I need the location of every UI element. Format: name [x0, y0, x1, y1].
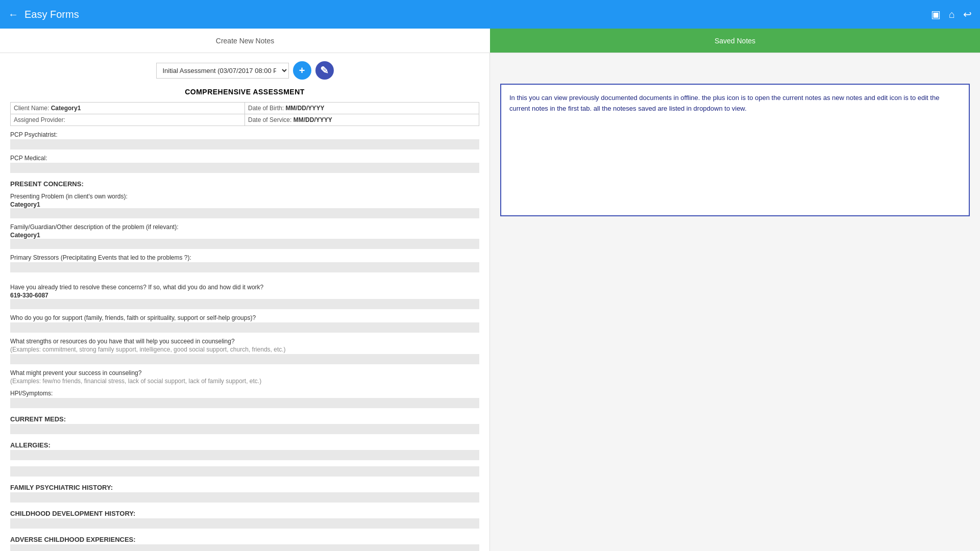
logout-icon[interactable]: ↩	[963, 8, 972, 20]
current-meds-field[interactable]	[10, 424, 479, 434]
header-icons: ▣ ⌂ ↩	[931, 8, 972, 20]
client-info-table: Client Name: Category1 Date of Birth: MM…	[10, 102, 479, 126]
tab-create-new-notes[interactable]: Create New Notes	[0, 29, 490, 53]
family-psychiatric-label: FAMILY PSYCHIATRIC HISTORY:	[10, 484, 479, 491]
app-title: Easy Forms	[24, 9, 925, 20]
presenting-problem-field[interactable]	[10, 208, 479, 218]
allergies-field-2[interactable]	[10, 466, 479, 477]
info-box: In this you can view previously document…	[500, 84, 970, 216]
dos-value: MM/DD/YYYY	[293, 116, 332, 123]
family-description-field[interactable]	[10, 239, 479, 249]
pcp-psychiatrist-field[interactable]	[10, 139, 479, 149]
resolve-concerns-value: 619-330-6087	[10, 292, 479, 299]
pcp-medical-label: PCP Medical:	[10, 155, 479, 162]
dob-value: MM/DD/YYYY	[285, 105, 324, 112]
edit-note-button[interactable]: ✎	[315, 61, 334, 80]
family-description-value: Category1	[10, 232, 479, 239]
childhood-dev-field[interactable]	[10, 518, 479, 529]
adverse-childhood-field[interactable]	[10, 544, 479, 551]
presenting-problem-label: Presenting Problem (in client's own word…	[10, 193, 479, 200]
back-button[interactable]: ←	[8, 9, 18, 20]
right-panel: In this you can view previously document…	[490, 53, 980, 551]
form-title: COMPREHENSIVE ASSESSMENT	[10, 88, 479, 96]
present-concerns-label: PRESENT CONCERNS:	[10, 180, 479, 188]
allergies-label: ALLERGIES:	[10, 441, 479, 449]
allergies-field[interactable]	[10, 450, 479, 460]
left-panel: Initial Assessment (03/07/2017 08:00 PM)…	[0, 53, 490, 551]
pcp-medical-field[interactable]	[10, 163, 479, 173]
resolve-concerns-field[interactable]	[10, 299, 479, 309]
home-icon[interactable]: ⌂	[949, 9, 955, 20]
app-header: ← Easy Forms ▣ ⌂ ↩	[0, 0, 980, 29]
tab-saved-notes[interactable]: Saved Notes	[490, 29, 980, 53]
form-controls: Initial Assessment (03/07/2017 08:00 PM)…	[10, 61, 479, 80]
family-psychiatric-field[interactable]	[10, 492, 479, 503]
notes-dropdown[interactable]: Initial Assessment (03/07/2017 08:00 PM)	[156, 63, 289, 79]
dob-label: Date of Birth:	[248, 105, 284, 112]
prevent-example: (Examples: few/no friends, financial str…	[10, 378, 479, 385]
current-meds-label: CURRENT MEDS:	[10, 415, 479, 423]
assigned-provider-label: Assigned Provider:	[14, 116, 65, 123]
hpi-label: HPI/Symptoms:	[10, 390, 479, 397]
prevent-label: What might prevent your success in couns…	[10, 369, 479, 377]
childhood-dev-label: CHILDHOOD DEVELOPMENT HISTORY:	[10, 510, 479, 517]
family-description-label: Family/Guardian/Other description of the…	[10, 223, 479, 231]
client-name-label: Client Name:	[14, 105, 49, 112]
strengths-example: (Examples: commitment, strong family sup…	[10, 346, 479, 353]
primary-stressors-label: Primary Stressors (Precipitating Events …	[10, 254, 479, 261]
strengths-field[interactable]	[10, 354, 479, 364]
info-box-text: In this you can view previously document…	[509, 94, 939, 112]
strengths-label: What strengths or resources do you have …	[10, 338, 479, 345]
adverse-childhood-label: ADVERSE CHILDHOOD EXPERIENCES:	[10, 536, 479, 543]
monitor-icon[interactable]: ▣	[931, 8, 941, 20]
support-field[interactable]	[10, 322, 479, 333]
resolve-concerns-label: Have you already tried to resolve these …	[10, 284, 479, 291]
dos-label: Date of Service:	[248, 116, 291, 123]
client-name-value: Category1	[51, 105, 81, 112]
presenting-problem-value: Category1	[10, 201, 479, 208]
tab-bar: Create New Notes Saved Notes	[0, 29, 980, 53]
main-content: Initial Assessment (03/07/2017 08:00 PM)…	[0, 53, 980, 551]
add-note-button[interactable]: +	[293, 61, 311, 80]
support-label: Who do you go for support (family, frien…	[10, 314, 479, 321]
pcp-psychiatrist-label: PCP Psychiatrist:	[10, 131, 479, 138]
primary-stressors-field[interactable]	[10, 262, 479, 272]
hpi-field[interactable]	[10, 398, 479, 408]
